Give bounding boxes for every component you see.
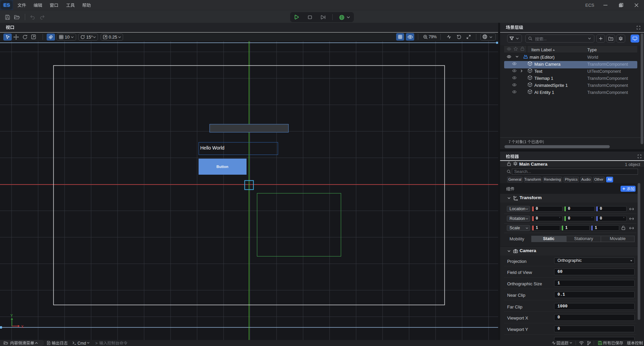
svg-text:X: X <box>21 325 24 329</box>
svg-text:Button: Button <box>216 165 228 169</box>
svg-text:Hello World: Hello World <box>200 145 224 151</box>
svg-text:Y: Y <box>10 313 13 318</box>
